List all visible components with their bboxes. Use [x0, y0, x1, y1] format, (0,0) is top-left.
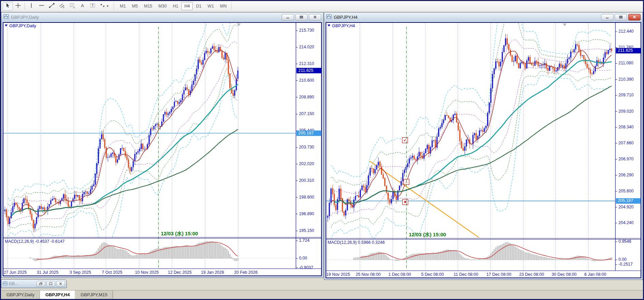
svg-text:207.660: 207.660 — [618, 141, 634, 145]
timeframe-m1-button[interactable]: M1 — [117, 2, 129, 10]
svg-text:19 Nov 2025: 19 Nov 2025 — [326, 272, 350, 277]
h4-window-controls — [601, 14, 641, 20]
svg-text:5 Dec 08:00: 5 Dec 08:00 — [421, 272, 444, 277]
close-button[interactable] — [628, 14, 641, 20]
svg-text:206.290: 206.290 — [618, 173, 634, 177]
h4-chart-svg: ✔▲✖12/03 (水) 15:00GBPJPY,H4MACD(12,26,9)… — [326, 22, 641, 278]
svg-text:0.00: 0.00 — [299, 256, 307, 260]
h4-window-title: GBPJPY,H4 — [334, 15, 358, 20]
tool-text-button[interactable]: A — [77, 2, 88, 11]
tool-equidistant-channel-button[interactable]: E — [57, 2, 67, 11]
horizontal-line-icon — [38, 2, 45, 10]
maximize-button[interactable] — [46, 281, 55, 287]
order-check-marker[interactable]: ✔ — [402, 138, 408, 143]
tool-fibonacci-retracement-button[interactable]: F — [67, 2, 77, 11]
timeframe-mn-button[interactable]: MN — [217, 2, 230, 10]
svg-text:T: T — [92, 4, 94, 7]
timeframe-m30-button[interactable]: M30 — [155, 2, 170, 10]
svg-text:195.150: 195.150 — [299, 228, 314, 233]
timeframe-m15-button[interactable]: M15 — [141, 2, 155, 10]
svg-text:27 Jun 2025: 27 Jun 2025 — [4, 270, 27, 275]
restore-button[interactable] — [36, 281, 45, 287]
svg-text:209.020: 209.020 — [618, 109, 634, 114]
restore-button[interactable] — [615, 14, 627, 20]
tool-text-label-button[interactable]: T — [88, 2, 98, 11]
current-price-tag: 211.625 — [616, 48, 641, 53]
h4-window-titlebar[interactable]: GBPJPY,H4 — [324, 13, 643, 21]
event-label: 12/03 (水) 15:00 — [409, 232, 446, 237]
chevron-down-icon[interactable]: ▼ — [106, 4, 109, 8]
svg-text:-0.2517: -0.2517 — [618, 262, 633, 267]
toolbar-separator — [25, 2, 25, 10]
daily-chart-canvas[interactable]: 12/03 (水) 15:00GBPJPY,DailyMACD(12,26,9)… — [3, 22, 322, 276]
svg-text:203.730: 203.730 — [299, 145, 314, 149]
tool-arrows-button[interactable]: ▼ — [98, 2, 111, 11]
trendline-icon — [49, 2, 55, 10]
daily-window-controls — [282, 14, 321, 20]
svg-text:0.9546: 0.9546 — [618, 239, 631, 244]
timeframe-h4-button[interactable]: H4 — [181, 2, 193, 10]
svg-text:196.890: 196.890 — [299, 211, 314, 216]
svg-text:GBPJPY,H4: GBPJPY,H4 — [332, 23, 355, 28]
tab-gbpjpy-h4[interactable]: GBPJPY,H4 — [40, 290, 75, 299]
restore-button[interactable] — [295, 14, 308, 20]
tool-trendline-button[interactable] — [47, 2, 57, 11]
time-axis[interactable]: 19 Nov 202525 Nov 08:001 Dec 08:005 Dec … — [326, 272, 606, 277]
svg-text:202.020: 202.020 — [299, 161, 314, 166]
vertical-line-icon — [28, 2, 34, 10]
minimized-window-title: GB... — [9, 281, 18, 286]
close-button[interactable] — [56, 281, 65, 287]
svg-text:204.920: 204.920 — [618, 205, 634, 209]
svg-text:206.970: 206.970 — [618, 157, 634, 161]
main-pane-layer — [326, 22, 615, 239]
svg-text:0.00: 0.00 — [618, 257, 627, 262]
grid-layer — [8, 23, 238, 268]
minimize-button[interactable] — [282, 14, 294, 20]
fibonacci-retracement-icon: F — [69, 2, 75, 10]
arrows-icon — [99, 2, 106, 10]
svg-text:17 Dec 08:00: 17 Dec 08:00 — [486, 272, 511, 277]
timeframe-d1-button[interactable]: D1 — [193, 2, 204, 10]
tool-crosshair-button[interactable] — [13, 2, 23, 11]
price-axis[interactable]: 212.440211.760211.080210.390209.710209.0… — [615, 29, 634, 267]
close-button[interactable] — [309, 14, 321, 20]
chart-window-icon — [3, 281, 7, 287]
daily-window-titlebar[interactable]: GBPJPY,Daily — [1, 13, 323, 21]
shift-marker-icon[interactable] — [237, 23, 241, 26]
svg-text:1.724: 1.724 — [299, 238, 310, 243]
svg-text:205.600: 205.600 — [618, 189, 634, 193]
timeframe-h1-button[interactable]: H1 — [170, 2, 181, 10]
tool-horizontal-line-button[interactable] — [36, 2, 47, 11]
equidistant-channel-icon: E — [59, 2, 65, 10]
order-close-marker[interactable]: ✖ — [403, 199, 408, 205]
minimize-button[interactable] — [601, 14, 613, 20]
tab-gbpjpy-m15[interactable]: GBPJPY,M15 — [75, 290, 113, 299]
minimized-window[interactable]: GB... — [1, 279, 67, 288]
svg-text:10 Nov 2025: 10 Nov 2025 — [135, 270, 159, 275]
tool-cursor-button[interactable] — [3, 2, 13, 11]
macd-layer — [326, 242, 615, 261]
timeframe-w1-button[interactable]: W1 — [204, 2, 217, 10]
svg-text:210.390: 210.390 — [618, 77, 634, 82]
toolbar-grip[interactable] — [113, 2, 115, 10]
timeframe-m5-button[interactable]: M5 — [129, 2, 141, 10]
svg-text:✔: ✔ — [404, 138, 407, 142]
tab-gbpjpy-daily[interactable]: GBPJPY,Daily — [1, 290, 40, 299]
shift-marker-icon[interactable] — [563, 23, 567, 26]
h4-chart-canvas[interactable]: ✔▲✖12/03 (水) 15:00GBPJPY,H4MACD(12,26,9)… — [326, 22, 641, 278]
price-axis[interactable]: 215.730214.020212.310210.600208.890207.1… — [296, 28, 314, 270]
svg-text:F: F — [74, 6, 75, 9]
svg-text:6 Jan 08:00: 6 Jan 08:00 — [584, 272, 606, 277]
hline-price-tag: 205.187 — [616, 198, 641, 204]
h4-chart-body: ✔▲✖12/03 (水) 15:00GBPJPY,H4MACD(12,26,9)… — [325, 21, 642, 279]
daily-window-title: GBPJPY,Daily — [11, 15, 39, 20]
svg-text:211.080: 211.080 — [618, 61, 633, 65]
svg-text:20 Feb 2026: 20 Feb 2026 — [234, 270, 257, 275]
event-label: 12/03 (水) 15:00 — [161, 231, 198, 236]
trendline-object[interactable] — [370, 161, 479, 238]
time-axis[interactable]: 27 Jun 202531 Jul 20253 Sep 20257 Oct 20… — [4, 270, 258, 275]
candles-layer — [327, 34, 612, 222]
svg-text:212.440: 212.440 — [618, 29, 634, 34]
daily-chart-window: GBPJPY,Daily 12/03 (水) 15:00GBPJPY,Daily… — [1, 12, 324, 278]
tool-vertical-line-button[interactable] — [26, 2, 36, 11]
